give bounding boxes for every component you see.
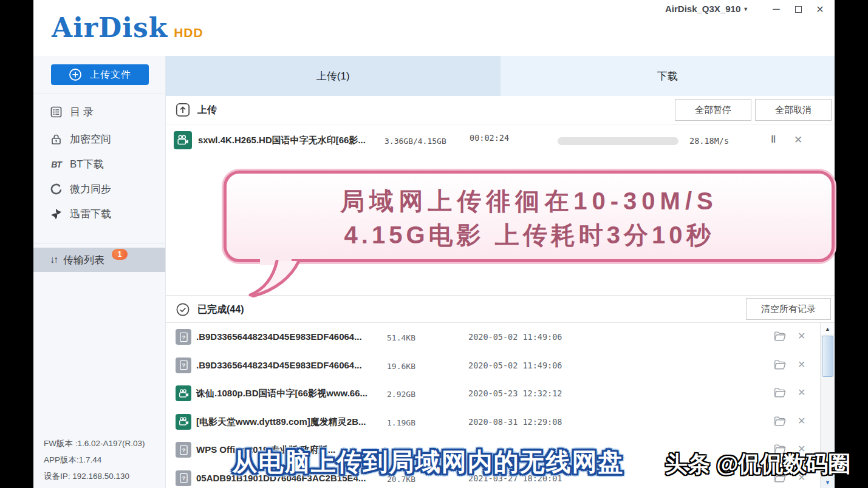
screen: AirDisk HDD AirDisk_Q3X_910 ▼ ─ ✕ 上传文件 — [0, 0, 868, 488]
svg-text:?: ? — [182, 362, 185, 368]
sidebar-item-label: 微力同步 — [70, 182, 111, 196]
remove-record-icon[interactable]: ✕ — [798, 330, 805, 342]
tab-upload[interactable]: 上传(1) — [166, 56, 501, 96]
thunder-icon — [50, 208, 63, 220]
elapsed-time: 00:02:24 — [470, 133, 509, 143]
file-size: 3.36GB/4.15GB — [384, 137, 446, 146]
bubble-line-2: 4.15G电影 上传耗时3分10秒 — [227, 218, 832, 252]
open-folder-icon[interactable] — [773, 415, 786, 430]
annotation-bubble: 局域网上传徘徊在10-30M/S 4.15G电影 上传耗时3分10秒 — [224, 171, 835, 262]
plus-circle-icon — [69, 68, 82, 81]
file-type-icon: ? — [176, 385, 191, 401]
file-name: [电影天堂www.dytt89.com]魔发精灵2B... — [196, 416, 375, 428]
maximize-icon — [795, 6, 802, 13]
device-selector[interactable]: AirDisk_Q3X_910 ▼ — [665, 4, 748, 14]
device-name: AirDisk_Q3X_910 — [665, 4, 740, 14]
clear-all-records-button[interactable]: 清空所有记录 — [746, 298, 831, 320]
window-header: AirDisk HDD AirDisk_Q3X_910 ▼ ─ ✕ — [33, 0, 835, 56]
logo-suffix-text: HDD — [174, 25, 203, 40]
divider — [33, 93, 165, 94]
file-name: 诛仙.1080p.BD国语中字[66影视www.66... — [196, 388, 375, 399]
logo-text: AirDisk — [52, 13, 168, 42]
fw-version: FW版本 :1.6.02-A197(R.03) — [44, 435, 145, 452]
sidebar-item-directory[interactable]: 目 录 — [33, 100, 165, 124]
sidebar-item-label: 目 录 — [70, 105, 94, 119]
completed-date: 2020-05-02 11:49:06 — [468, 361, 562, 370]
uploading-file-row[interactable]: sxwl.4K.H265.HD国语中字无水印[66影... 3.36GB/4.1… — [166, 124, 835, 157]
close-button[interactable]: ✕ — [813, 2, 827, 16]
file-name: .B9D33656448234D45E983EDF46064... — [196, 360, 375, 370]
sidebar-item-label: BT下载 — [70, 157, 104, 171]
channel-watermark: 头条 @侃侃数码圈 — [665, 449, 850, 480]
sidebar-item-sync[interactable]: 微力同步 — [33, 177, 165, 202]
file-type-icon: ? — [176, 470, 191, 486]
lock-icon — [50, 133, 63, 146]
sync-icon — [50, 183, 63, 195]
remove-record-icon[interactable]: ✕ — [798, 387, 805, 398]
file-size: 2.92GB — [387, 390, 415, 399]
check-circle-icon — [176, 302, 190, 319]
upload-file-button[interactable]: 上传文件 — [51, 64, 149, 85]
completed-file-row[interactable]: ? .B9D33656448234D45E983EDF46064... 51.4… — [166, 323, 820, 351]
close-icon[interactable]: ✕ — [794, 134, 802, 146]
completed-date: 2020-05-23 12:32:12 — [468, 388, 562, 398]
remove-record-icon[interactable]: ✕ — [798, 415, 805, 427]
svg-text:?: ? — [182, 447, 185, 453]
sidebar-menu: 目 录 加密空间 BT BT下载 微力同步 — [33, 100, 165, 226]
file-size: 1.19GB — [387, 418, 415, 427]
divider — [33, 243, 165, 243]
completed-file-row[interactable]: ? 诛仙.1080p.BD国语中字[66影视www.66... 2.92GB 2… — [166, 379, 820, 408]
sidebar: 上传文件 目 录 加密空间 BT BT下载 — [33, 56, 166, 488]
completed-date: 2020-05-02 11:49:06 — [468, 332, 562, 342]
upload-icon — [176, 103, 190, 120]
video-caption: 从电脑上传到局域网内的无线网盘 — [216, 446, 641, 479]
svg-text:?: ? — [182, 334, 185, 341]
transfer-count-badge: 1 — [112, 249, 128, 260]
sidebar-item-label: 加密空间 — [70, 132, 111, 146]
remove-record-icon[interactable]: ✕ — [798, 359, 805, 370]
device-ip: 设备IP: 192.168.50.130 — [44, 468, 145, 484]
file-name: .B9D33656448234D45E983EDF46064... — [196, 331, 375, 342]
sidebar-item-thunder-download[interactable]: 迅雷下载 — [33, 202, 165, 226]
pause-all-button[interactable]: 全部暂停 — [675, 99, 751, 121]
file-size: 51.4KB — [387, 333, 415, 342]
chevron-down-icon: ▼ — [743, 6, 748, 12]
file-size: 19.6KB — [387, 362, 415, 371]
sidebar-item-encrypted-space[interactable]: 加密空间 — [33, 127, 165, 152]
transfer-list-label: 传输列表 — [63, 253, 104, 267]
file-name: sxwl.4K.H265.HD国语中字无水印[66影... — [198, 135, 374, 146]
open-folder-icon[interactable] — [773, 358, 786, 373]
cancel-all-button[interactable]: 全部取消 — [755, 99, 832, 121]
transfer-arrows-icon: ↓↑ — [50, 254, 57, 265]
minimize-button[interactable]: ─ — [770, 2, 783, 16]
maximize-button[interactable] — [791, 2, 805, 16]
app-version: APP版本:1.7.44 — [44, 452, 145, 468]
pause-icon[interactable]: ‖ — [771, 134, 774, 146]
completed-section-header: 已完成(44) 清空所有记录 — [166, 295, 835, 323]
video-file-icon — [174, 131, 192, 149]
window-controls: ─ ✕ — [770, 2, 827, 16]
sidebar-item-transfer-list[interactable]: ↓↑ 传输列表 1 — [33, 248, 165, 272]
bubble-line-1: 局域网上传徘徊在10-30M/S — [227, 184, 832, 218]
scroll-up-button[interactable]: ▲ — [821, 323, 835, 334]
open-folder-icon[interactable] — [773, 330, 786, 345]
sidebar-item-label: 迅雷下载 — [70, 207, 111, 221]
svg-text:?: ? — [182, 475, 185, 481]
file-type-icon: ? — [176, 358, 191, 373]
completed-date: 2020-08-31 12:29:08 — [468, 417, 562, 427]
sidebar-item-bt-download[interactable]: BT BT下载 — [33, 152, 165, 177]
open-folder-icon[interactable] — [773, 386, 786, 401]
app-logo: AirDisk HDD — [52, 13, 203, 42]
tab-bar: 上传(1) 下载 — [166, 56, 835, 96]
scrollbar-thumb[interactable] — [822, 336, 833, 377]
upload-section-header: 上传 全部暂停 全部取消 — [166, 96, 835, 124]
upload-file-label: 上传文件 — [90, 69, 131, 81]
bt-icon: BT — [50, 160, 63, 169]
tab-download[interactable]: 下载 — [501, 56, 835, 96]
file-type-icon: ? — [176, 414, 191, 430]
progress-bar — [558, 137, 678, 145]
completed-file-row[interactable]: ? [电影天堂www.dytt89.com]魔发精灵2B... 1.19GB 2… — [166, 408, 820, 436]
completed-file-row[interactable]: ? .B9D33656448234D45E983EDF46064... 19.6… — [166, 351, 820, 380]
file-type-icon: ? — [176, 329, 191, 345]
bubble-tail — [242, 260, 302, 297]
